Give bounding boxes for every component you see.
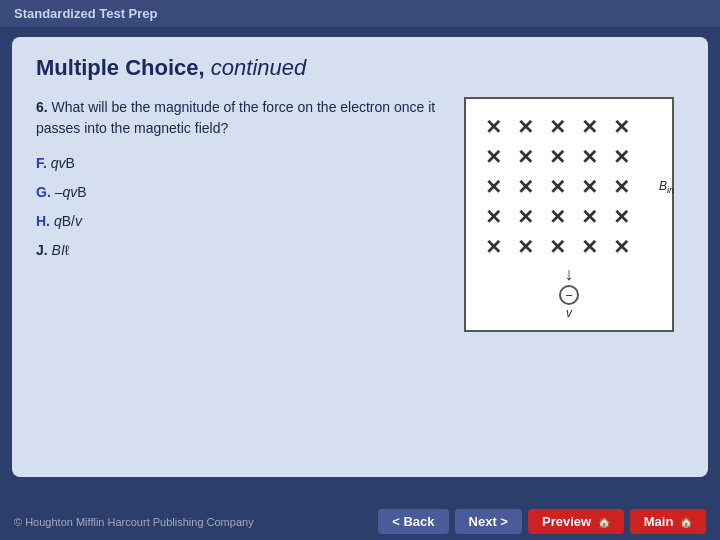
x-cell: ✕ <box>606 143 636 171</box>
x-cell: ✕ <box>606 173 636 201</box>
x-cell: ✕ <box>574 143 604 171</box>
x-cell: ✕ <box>478 173 508 201</box>
x-cell: ✕ <box>478 113 508 141</box>
x-cell: ✕ <box>606 203 636 231</box>
option-h-letter: H. <box>36 213 50 229</box>
x-cell: ✕ <box>542 233 572 261</box>
footer-buttons: < Back Next > Preview 🏠 Main 🏠 <box>378 509 706 534</box>
x-cell: ✕ <box>606 113 636 141</box>
x-cell: ✕ <box>574 233 604 261</box>
question-number: 6. <box>36 99 48 115</box>
x-cell: ✕ <box>574 113 604 141</box>
content-area: 6. What will be the magnitude of the for… <box>36 97 684 332</box>
x-cell: ✕ <box>510 233 540 261</box>
preview-icon: 🏠 <box>598 517 610 528</box>
x-cell: ✕ <box>478 233 508 261</box>
x-cell: ✕ <box>542 113 572 141</box>
title-italic: continued <box>205 55 307 80</box>
question-body: What will be the magnitude of the force … <box>36 99 435 136</box>
x-cell: ✕ <box>478 203 508 231</box>
option-j-letter: J. <box>36 242 48 258</box>
x-cell: ✕ <box>478 143 508 171</box>
x-cell: ✕ <box>606 233 636 261</box>
option-h-text: qB/v <box>54 213 82 229</box>
arrow-down: ↓ <box>565 265 574 283</box>
option-f[interactable]: F. qvB <box>36 153 444 174</box>
footer-bar: © Houghton Mifflin Harcourt Publishing C… <box>0 503 720 540</box>
x-cell: ✕ <box>510 203 540 231</box>
header-title: Standardized Test Prep <box>14 6 158 21</box>
x-cell: ✕ <box>574 173 604 201</box>
option-f-text: qvB <box>51 155 75 171</box>
x-cell: ✕ <box>542 203 572 231</box>
next-button[interactable]: Next > <box>455 509 522 534</box>
x-cell: ✕ <box>542 143 572 171</box>
bin-label: Bin <box>659 179 674 195</box>
option-j[interactable]: J. BIℓ <box>36 240 444 261</box>
bin-subscript: in <box>667 185 674 195</box>
question-section: 6. What will be the magnitude of the for… <box>36 97 444 332</box>
preview-button[interactable]: Preview 🏠 <box>528 509 624 534</box>
main-card: Multiple Choice, continued 6. What will … <box>12 37 708 477</box>
option-g[interactable]: G. –qvB <box>36 182 444 203</box>
header: Standardized Test Prep <box>0 0 720 27</box>
title-text: Multiple Choice, <box>36 55 205 80</box>
main-button[interactable]: Main 🏠 <box>630 509 706 534</box>
main-icon: 🏠 <box>680 517 692 528</box>
x-cell: ✕ <box>574 203 604 231</box>
diagram-box: ✕ ✕ ✕ ✕ ✕ ✕ ✕ ✕ ✕ ✕ ✕ ✕ ✕ ✕ ✕ <box>464 97 674 332</box>
option-j-text: BIℓ <box>52 242 70 258</box>
question-text: 6. What will be the magnitude of the for… <box>36 97 444 139</box>
v-label: v <box>566 306 572 320</box>
option-h[interactable]: H. qB/v <box>36 211 444 232</box>
electron-circle: − <box>559 285 579 305</box>
x-cell: ✕ <box>510 173 540 201</box>
card-title: Multiple Choice, continued <box>36 55 684 81</box>
x-cell: ✕ <box>510 143 540 171</box>
x-grid: ✕ ✕ ✕ ✕ ✕ ✕ ✕ ✕ ✕ ✕ ✕ ✕ ✕ ✕ ✕ <box>478 113 660 261</box>
option-f-letter: F. <box>36 155 47 171</box>
back-button[interactable]: < Back <box>378 509 448 534</box>
x-cell: ✕ <box>510 113 540 141</box>
footer-copyright: © Houghton Mifflin Harcourt Publishing C… <box>14 516 254 528</box>
option-g-letter: G. <box>36 184 51 200</box>
x-cell: ✕ <box>542 173 572 201</box>
option-g-text: –qvB <box>55 184 87 200</box>
diagram-section: ✕ ✕ ✕ ✕ ✕ ✕ ✕ ✕ ✕ ✕ ✕ ✕ ✕ ✕ ✕ <box>464 97 684 332</box>
velocity-group: ↓ − v <box>478 265 660 320</box>
